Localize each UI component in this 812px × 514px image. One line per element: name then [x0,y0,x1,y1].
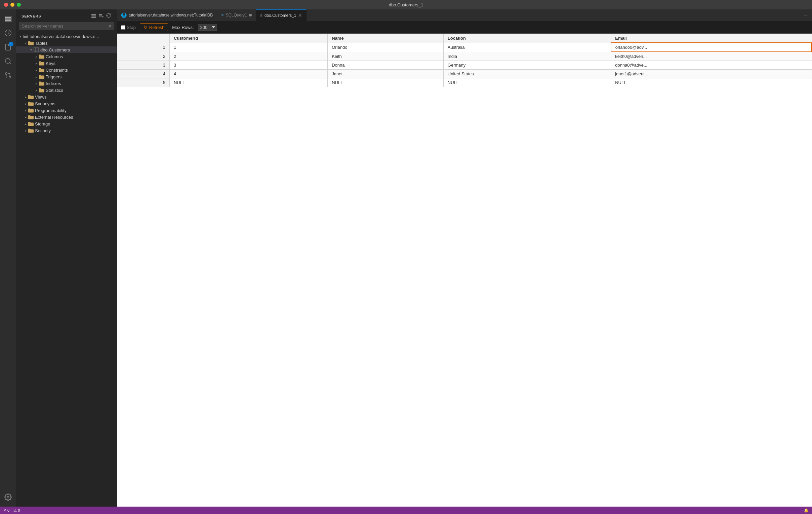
cell-location[interactable]: Germany [443,61,611,70]
cell-customerid[interactable]: NULL [169,78,327,87]
svg-rect-19 [34,48,39,52]
server-icon [23,34,28,39]
row-number: 2 [117,52,170,61]
columns-folder-icon [39,54,45,59]
tree-programmability-node[interactable]: Programmability [16,107,117,114]
minimize-button[interactable] [10,3,14,7]
dbo-customers-expand-arrow[interactable] [28,47,34,52]
keys-expand-arrow[interactable] [34,60,39,66]
svg-rect-10 [91,14,96,15]
tree-indexes-node[interactable]: Indexes [16,80,117,87]
tree-triggers-node[interactable]: Triggers [16,73,117,80]
cell-name[interactable]: Keith [328,52,444,61]
sidebar-item-servers[interactable] [1,12,15,26]
tree-storage-node[interactable]: Storage [16,120,117,127]
views-expand-arrow[interactable] [23,94,28,100]
tree-statistics-node[interactable]: Statistics [16,87,117,93]
statistics-expand-arrow[interactable] [34,87,39,93]
tab-more-button[interactable]: ··· [800,12,812,18]
triggers-label: Triggers [46,74,61,79]
connection-tab[interactable]: 🌐 tutorialserver.database.windows.net:Tu… [117,9,217,21]
tree-server-node[interactable]: tutorialserver.database.windows.n... [16,33,117,40]
cell-customerid[interactable]: 3 [169,61,327,70]
settings-icon[interactable] [1,490,15,504]
cell-email[interactable]: orlando0@adv... [611,43,812,52]
search-box: ✕ [19,22,114,30]
cell-name[interactable]: Donna [328,61,444,70]
cell-location[interactable]: Australia [443,43,611,52]
table-row: 33DonnaGermanydonna0@adve... [117,61,812,70]
refresh-button[interactable]: ↻ Refresh [140,23,168,31]
cell-customerid[interactable]: 1 [169,43,327,52]
server-expand-arrow[interactable] [18,34,23,39]
security-expand-arrow[interactable] [23,128,28,133]
tab-sqlquery1-label: SQLQuery1 [226,13,247,18]
table-tab-icon: ≡ [260,13,262,18]
indexes-label: Indexes [46,81,61,86]
search-input[interactable] [19,22,114,30]
tree-keys-node[interactable]: Keys [16,60,117,66]
sql-file-icon: ≡ [221,13,224,18]
close-button[interactable] [4,3,8,7]
cell-name[interactable]: Janet [328,70,444,78]
cell-location[interactable]: NULL [443,78,611,87]
cell-customerid[interactable]: 4 [169,70,327,78]
cell-email[interactable]: NULL [611,78,812,87]
sidebar-item-search[interactable] [1,54,15,68]
tree-synonyms-node[interactable]: Synonyms [16,100,117,107]
tables-expand-arrow[interactable] [23,40,28,46]
constraints-label: Constraints [46,67,68,73]
cell-email[interactable]: donna0@adve... [611,61,812,70]
col-rownum [117,34,170,43]
col-email: Email [611,34,812,43]
new-connection-icon[interactable] [91,13,96,19]
tree-columns-node[interactable]: Columns [16,53,117,60]
storage-expand-arrow[interactable] [23,121,28,127]
row-number: 4 [117,70,170,78]
maximize-button[interactable] [17,3,21,7]
cell-name[interactable]: NULL [328,78,444,87]
cell-email[interactable]: keith0@adven... [611,52,812,61]
programmability-expand-arrow[interactable] [23,108,28,113]
cell-name[interactable]: Orlando [328,43,444,52]
tables-folder-icon [28,40,34,46]
external-resources-expand-arrow[interactable] [23,114,28,120]
tree-dbo-customers-node[interactable]: dbo.Customers [16,47,117,53]
tree-views-node[interactable]: Views [16,93,117,100]
tree-external-resources-node[interactable]: External Resources [16,114,117,120]
tab-sqlquery1[interactable]: ≡ SQLQuery1 [217,9,256,21]
sidebar-item-history[interactable] [1,26,15,40]
tree-constraints-node[interactable]: Constraints [16,66,117,73]
tree-tables-node[interactable]: Tables [16,40,117,47]
stop-checkbox[interactable] [121,25,125,30]
tree-security-node[interactable]: Security [16,127,117,134]
search-clear-icon[interactable]: ✕ [108,24,112,29]
sidebar-item-git[interactable] [1,69,15,82]
svg-rect-14 [99,16,102,17]
constraints-expand-arrow[interactable] [34,67,39,73]
sidebar-header-actions [91,13,111,19]
max-rows-select[interactable]: 100 200 500 1000 5000 [198,24,217,31]
svg-line-5 [9,62,11,64]
add-connection-icon[interactable] [98,13,104,19]
svg-rect-0 [5,16,11,18]
external-resources-label: External Resources [35,115,73,120]
triggers-expand-arrow[interactable] [34,74,39,79]
table-row: 22KeithIndiakeith0@adven... [117,52,812,61]
connection-tab-label: tutorialserver.database.windows.net:Tuto… [129,13,213,18]
tab-unsaved-dot [249,14,252,17]
columns-expand-arrow[interactable] [34,54,39,59]
cell-email[interactable]: janet1@advent... [611,70,812,78]
dbo-customers-label: dbo.Customers [40,48,70,52]
svg-point-7 [5,73,7,75]
cell-location[interactable]: India [443,52,611,61]
refresh-connections-icon[interactable] [106,13,111,19]
cell-customerid[interactable]: 2 [169,52,327,61]
indexes-expand-arrow[interactable] [34,81,39,86]
tab-close-button[interactable]: ✕ [298,13,302,18]
cell-location[interactable]: United States [443,70,611,78]
columns-label: Columns [46,54,63,59]
sidebar-item-explorer[interactable]: 1 [1,40,15,54]
synonyms-expand-arrow[interactable] [23,101,28,106]
tab-dbo-customers[interactable]: ≡ dbo.Customers_1 ✕ [256,9,307,21]
